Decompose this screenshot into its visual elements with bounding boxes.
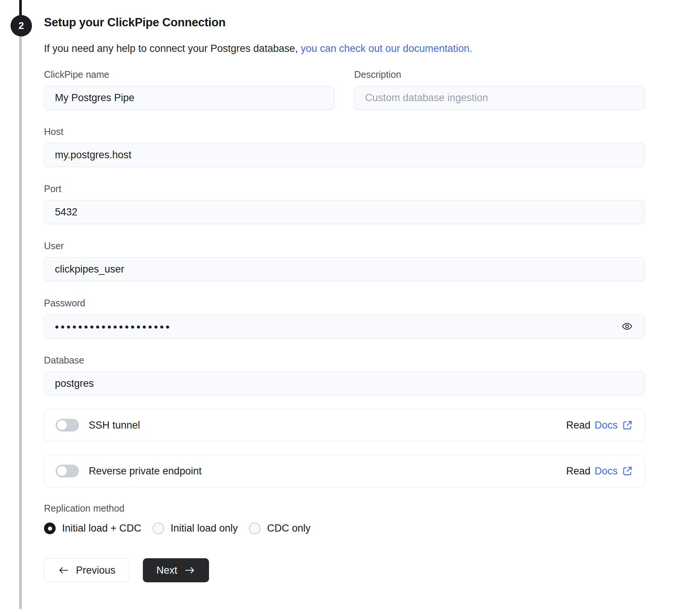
docs-link[interactable]: Docs — [594, 420, 618, 431]
step-rail-top — [19, 0, 22, 15]
step-rail-bottom — [19, 36, 22, 609]
user-input[interactable] — [44, 257, 645, 281]
docs-link[interactable]: Docs — [594, 465, 618, 477]
ssh-tunnel-card: SSH tunnel Read Docs — [44, 409, 645, 441]
password-label: Password — [44, 297, 645, 309]
replication-method-label: Replication method — [44, 502, 645, 514]
ssh-tunnel-docs[interactable]: Read Docs — [566, 420, 633, 431]
read-text: Read — [566, 420, 591, 431]
help-text: If you need any help to connect your Pos… — [44, 42, 645, 55]
ssh-tunnel-left: SSH tunnel — [56, 419, 140, 432]
name-description-row: ClickPipe name Description — [44, 68, 645, 110]
user-label: User — [44, 240, 645, 252]
ssh-tunnel-toggle[interactable] — [56, 419, 79, 432]
port-label: Port — [44, 183, 645, 195]
radio-label: Initial load + CDC — [62, 523, 141, 534]
help-text-prefix: If you need any help to connect your Pos… — [44, 43, 301, 54]
documentation-link[interactable]: you can check out our documentation. — [301, 43, 472, 54]
password-input[interactable] — [44, 314, 645, 338]
port-input[interactable] — [44, 200, 645, 224]
arrow-right-icon — [184, 565, 195, 575]
toggle-knob — [57, 420, 67, 430]
clickpipe-name-group: ClickPipe name — [44, 68, 335, 110]
radio-unselected-icon[interactable] — [249, 523, 261, 534]
page-title: Setup your ClickPipe Connection — [44, 15, 645, 30]
ssh-tunnel-label: SSH tunnel — [89, 420, 140, 431]
reverse-endpoint-left: Reverse private endpoint — [56, 465, 202, 477]
read-text: Read — [566, 465, 591, 477]
database-group: Database — [44, 354, 645, 395]
replication-method-options: Initial load + CDC Initial load only CDC… — [44, 523, 645, 534]
radio-unselected-icon[interactable] — [153, 523, 164, 534]
password-group: Password — [44, 297, 645, 338]
reverse-endpoint-docs[interactable]: Read Docs — [566, 465, 633, 477]
radio-option-initial-load-only[interactable]: Initial load only — [153, 523, 238, 534]
reverse-private-endpoint-label: Reverse private endpoint — [89, 465, 202, 477]
show-password-button[interactable] — [618, 318, 636, 334]
radio-option-initial-load-cdc[interactable]: Initial load + CDC — [44, 523, 141, 534]
clickpipe-name-input[interactable] — [44, 86, 335, 110]
database-label: Database — [44, 354, 645, 366]
description-input[interactable] — [354, 86, 645, 110]
next-button[interactable]: Next — [143, 558, 209, 582]
host-input[interactable] — [44, 143, 645, 167]
next-button-label: Next — [156, 565, 177, 576]
previous-button[interactable]: Previous — [44, 558, 129, 582]
radio-label: CDC only — [267, 523, 311, 534]
previous-button-label: Previous — [76, 565, 115, 576]
step-indicator: 2 — [11, 15, 32, 36]
step-number: 2 — [18, 20, 24, 32]
external-link-icon — [622, 420, 633, 431]
toggle-knob — [57, 466, 67, 476]
host-label: Host — [44, 126, 645, 138]
user-group: User — [44, 240, 645, 281]
description-label: Description — [354, 68, 645, 80]
setup-connection-section: Setup your ClickPipe Connection If you n… — [44, 15, 645, 582]
radio-label: Initial load only — [171, 523, 238, 534]
radio-selected-icon[interactable] — [44, 523, 56, 534]
form-actions: Previous Next — [44, 558, 645, 582]
database-input[interactable] — [44, 371, 645, 395]
reverse-private-endpoint-card: Reverse private endpoint Read Docs — [44, 455, 645, 487]
clickpipe-name-label: ClickPipe name — [44, 68, 335, 80]
password-field-wrap — [44, 314, 645, 338]
host-group: Host — [44, 126, 645, 167]
eye-icon — [620, 321, 634, 332]
reverse-private-endpoint-toggle[interactable] — [56, 465, 79, 477]
radio-option-cdc-only[interactable]: CDC only — [249, 523, 311, 534]
port-group: Port — [44, 183, 645, 224]
arrow-left-icon — [58, 565, 69, 575]
description-group: Description — [354, 68, 645, 110]
external-link-icon — [622, 465, 633, 477]
